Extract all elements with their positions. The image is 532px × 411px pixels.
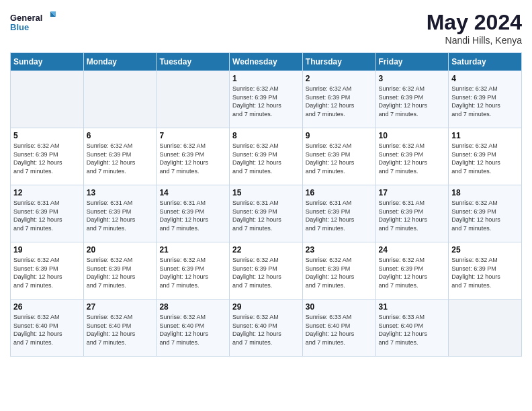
logo: General Blue xyxy=(10,10,57,36)
table-row: 15Sunrise: 6:31 AM Sunset: 6:39 PM Dayli… xyxy=(230,185,303,242)
day-info: Sunrise: 6:32 AM Sunset: 6:39 PM Dayligh… xyxy=(159,142,226,175)
table-row xyxy=(83,71,157,128)
table-row xyxy=(449,300,522,357)
calendar-week-row: 5Sunrise: 6:32 AM Sunset: 6:39 PM Daylig… xyxy=(11,128,522,185)
table-row: 9Sunrise: 6:32 AM Sunset: 6:39 PM Daylig… xyxy=(302,128,375,185)
calendar-week-row: 12Sunrise: 6:31 AM Sunset: 6:39 PM Dayli… xyxy=(11,185,522,242)
table-row xyxy=(157,71,230,128)
day-number: 18 xyxy=(451,188,519,197)
day-number: 30 xyxy=(306,302,373,312)
day-info: Sunrise: 6:32 AM Sunset: 6:40 PM Dayligh… xyxy=(13,313,81,347)
day-number: 11 xyxy=(451,131,519,140)
table-row: 14Sunrise: 6:31 AM Sunset: 6:39 PM Dayli… xyxy=(157,185,230,242)
day-number: 17 xyxy=(379,188,446,197)
day-number: 28 xyxy=(159,302,226,312)
day-number: 9 xyxy=(306,131,373,140)
table-row: 4Sunrise: 6:32 AM Sunset: 6:39 PM Daylig… xyxy=(449,71,522,128)
day-number: 12 xyxy=(13,188,81,197)
table-row: 19Sunrise: 6:32 AM Sunset: 6:39 PM Dayli… xyxy=(11,242,84,300)
day-info: Sunrise: 6:32 AM Sunset: 6:39 PM Dayligh… xyxy=(379,256,446,289)
col-thursday: Thursday xyxy=(302,53,375,71)
table-row: 6Sunrise: 6:32 AM Sunset: 6:39 PM Daylig… xyxy=(83,128,157,185)
day-info: Sunrise: 6:31 AM Sunset: 6:39 PM Dayligh… xyxy=(13,199,81,232)
day-info: Sunrise: 6:31 AM Sunset: 6:39 PM Dayligh… xyxy=(306,199,373,232)
day-info: Sunrise: 6:32 AM Sunset: 6:39 PM Dayligh… xyxy=(379,142,446,175)
day-number: 21 xyxy=(159,245,226,255)
day-info: Sunrise: 6:32 AM Sunset: 6:39 PM Dayligh… xyxy=(451,256,519,289)
day-number: 1 xyxy=(232,74,300,83)
calendar-week-row: 19Sunrise: 6:32 AM Sunset: 6:39 PM Dayli… xyxy=(11,242,522,300)
day-info: Sunrise: 6:32 AM Sunset: 6:39 PM Dayligh… xyxy=(232,256,300,289)
day-number: 4 xyxy=(451,74,519,83)
col-saturday: Saturday xyxy=(449,53,522,71)
day-info: Sunrise: 6:32 AM Sunset: 6:40 PM Dayligh… xyxy=(159,313,226,347)
day-info: Sunrise: 6:33 AM Sunset: 6:40 PM Dayligh… xyxy=(306,313,373,347)
day-info: Sunrise: 6:32 AM Sunset: 6:39 PM Dayligh… xyxy=(13,142,81,175)
day-number: 3 xyxy=(379,74,446,83)
day-number: 20 xyxy=(87,245,154,255)
svg-text:General: General xyxy=(10,13,42,23)
table-row: 29Sunrise: 6:32 AM Sunset: 6:40 PM Dayli… xyxy=(230,300,303,357)
day-info: Sunrise: 6:32 AM Sunset: 6:39 PM Dayligh… xyxy=(306,85,373,118)
table-row: 30Sunrise: 6:33 AM Sunset: 6:40 PM Dayli… xyxy=(302,300,375,357)
day-info: Sunrise: 6:32 AM Sunset: 6:39 PM Dayligh… xyxy=(13,256,81,289)
day-number: 10 xyxy=(379,131,446,140)
day-info: Sunrise: 6:32 AM Sunset: 6:39 PM Dayligh… xyxy=(451,142,519,175)
day-number: 14 xyxy=(159,188,226,197)
table-row: 28Sunrise: 6:32 AM Sunset: 6:40 PM Dayli… xyxy=(157,300,230,357)
table-row: 17Sunrise: 6:31 AM Sunset: 6:39 PM Dayli… xyxy=(375,185,449,242)
day-info: Sunrise: 6:32 AM Sunset: 6:40 PM Dayligh… xyxy=(232,313,300,347)
table-row: 27Sunrise: 6:32 AM Sunset: 6:40 PM Dayli… xyxy=(83,300,157,357)
table-row: 18Sunrise: 6:32 AM Sunset: 6:39 PM Dayli… xyxy=(449,185,522,242)
day-number: 23 xyxy=(306,245,373,255)
table-row: 3Sunrise: 6:32 AM Sunset: 6:39 PM Daylig… xyxy=(375,71,449,128)
table-row: 2Sunrise: 6:32 AM Sunset: 6:39 PM Daylig… xyxy=(302,71,375,128)
table-row: 13Sunrise: 6:31 AM Sunset: 6:39 PM Dayli… xyxy=(83,185,157,242)
table-row: 22Sunrise: 6:32 AM Sunset: 6:39 PM Dayli… xyxy=(230,242,303,300)
day-info: Sunrise: 6:32 AM Sunset: 6:39 PM Dayligh… xyxy=(232,85,300,118)
svg-text:Blue: Blue xyxy=(10,22,29,32)
day-number: 5 xyxy=(13,131,81,140)
table-row: 20Sunrise: 6:32 AM Sunset: 6:39 PM Dayli… xyxy=(83,242,157,300)
day-info: Sunrise: 6:32 AM Sunset: 6:39 PM Dayligh… xyxy=(232,142,300,175)
day-info: Sunrise: 6:32 AM Sunset: 6:39 PM Dayligh… xyxy=(379,85,446,118)
day-info: Sunrise: 6:32 AM Sunset: 6:39 PM Dayligh… xyxy=(159,256,226,289)
day-number: 2 xyxy=(306,74,373,83)
day-number: 25 xyxy=(451,245,519,255)
table-row: 11Sunrise: 6:32 AM Sunset: 6:39 PM Dayli… xyxy=(449,128,522,185)
col-sunday: Sunday xyxy=(11,53,84,71)
location-subtitle: Nandi Hills, Kenya xyxy=(427,35,522,46)
day-number: 16 xyxy=(306,188,373,197)
day-info: Sunrise: 6:33 AM Sunset: 6:40 PM Dayligh… xyxy=(379,313,446,347)
day-number: 31 xyxy=(379,302,446,312)
col-monday: Monday xyxy=(83,53,157,71)
title-area: May 2024 Nandi Hills, Kenya xyxy=(427,10,522,46)
day-info: Sunrise: 6:32 AM Sunset: 6:39 PM Dayligh… xyxy=(306,256,373,289)
day-number: 19 xyxy=(13,245,81,255)
table-row xyxy=(11,71,84,128)
table-row: 10Sunrise: 6:32 AM Sunset: 6:39 PM Dayli… xyxy=(375,128,449,185)
day-info: Sunrise: 6:31 AM Sunset: 6:39 PM Dayligh… xyxy=(232,199,300,232)
table-row: 26Sunrise: 6:32 AM Sunset: 6:40 PM Dayli… xyxy=(11,300,84,357)
day-info: Sunrise: 6:32 AM Sunset: 6:39 PM Dayligh… xyxy=(87,142,154,175)
calendar-week-row: 1Sunrise: 6:32 AM Sunset: 6:39 PM Daylig… xyxy=(11,71,522,128)
day-info: Sunrise: 6:31 AM Sunset: 6:39 PM Dayligh… xyxy=(159,199,226,232)
col-friday: Friday xyxy=(375,53,449,71)
day-info: Sunrise: 6:32 AM Sunset: 6:39 PM Dayligh… xyxy=(87,256,154,289)
calendar-header-row: Sunday Monday Tuesday Wednesday Thursday… xyxy=(11,53,522,71)
table-row: 1Sunrise: 6:32 AM Sunset: 6:39 PM Daylig… xyxy=(230,71,303,128)
day-number: 13 xyxy=(87,188,154,197)
day-number: 7 xyxy=(159,131,226,140)
table-row: 5Sunrise: 6:32 AM Sunset: 6:39 PM Daylig… xyxy=(11,128,84,185)
table-row: 31Sunrise: 6:33 AM Sunset: 6:40 PM Dayli… xyxy=(375,300,449,357)
day-info: Sunrise: 6:32 AM Sunset: 6:39 PM Dayligh… xyxy=(306,142,373,175)
col-wednesday: Wednesday xyxy=(230,53,303,71)
table-row: 8Sunrise: 6:32 AM Sunset: 6:39 PM Daylig… xyxy=(230,128,303,185)
table-row: 7Sunrise: 6:32 AM Sunset: 6:39 PM Daylig… xyxy=(157,128,230,185)
day-number: 8 xyxy=(232,131,300,140)
day-number: 27 xyxy=(87,302,154,312)
month-year-title: May 2024 xyxy=(427,10,522,35)
day-info: Sunrise: 6:31 AM Sunset: 6:39 PM Dayligh… xyxy=(87,199,154,232)
day-number: 24 xyxy=(379,245,446,255)
day-number: 6 xyxy=(87,131,154,140)
